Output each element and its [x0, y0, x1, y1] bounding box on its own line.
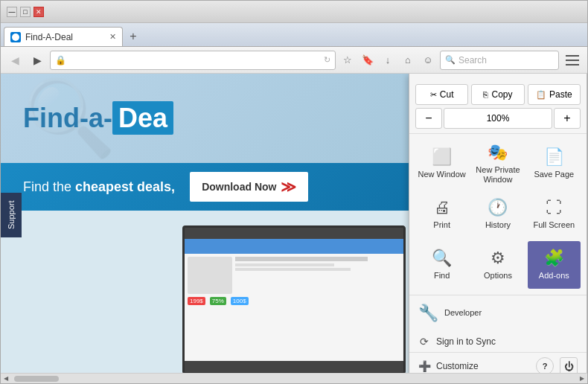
- nav-action-icons: ☆ 🔖 ↓ ⌂ ☺: [339, 51, 437, 70]
- customize-icon: ➕: [418, 360, 430, 372]
- product-desc-line: [235, 263, 334, 266]
- scroll-right-button[interactable]: ▶: [577, 374, 587, 384]
- search-placeholder: Search: [458, 55, 487, 65]
- monitor-display: 199$ 75% 100$: [182, 225, 406, 373]
- new-tab-button[interactable]: +: [123, 27, 144, 46]
- tab-close-button[interactable]: ✕: [109, 32, 116, 42]
- cut-icon: ✂: [430, 90, 437, 100]
- zoom-out-button[interactable]: −: [415, 108, 442, 129]
- cut-label: Cut: [440, 89, 454, 100]
- monitor-screen: 199$ 75% 100$: [185, 239, 403, 362]
- banner-text: Find the cheapest deals,: [23, 179, 175, 195]
- copy-label: Copy: [491, 89, 512, 100]
- copy-button[interactable]: ⎘ Copy: [471, 84, 524, 105]
- print-icon: 🖨: [434, 198, 450, 217]
- active-tab[interactable]: Find-A-Deal ✕: [4, 27, 123, 46]
- monitor-screen-header: [185, 239, 403, 254]
- brand-prefix: Find-a-: [23, 103, 112, 133]
- discount-badge: 75%: [210, 297, 226, 305]
- browser-window: — □ ✕ Find-A-Deal ✕ + ◀ ▶ 🔒 ↻ ☆ 🔖 ↓ ⌂ ☺: [0, 0, 588, 384]
- forward-button[interactable]: ▶: [28, 51, 47, 70]
- full-screen-label: Full Screen: [534, 220, 575, 230]
- developer-item[interactable]: 🔧 Developer: [415, 298, 581, 328]
- new-window-label: New Window: [418, 170, 466, 179]
- edit-row: ✂ Cut ⎘ Copy 📋 Paste: [415, 83, 581, 106]
- price-row: 199$ 75% 100$: [188, 297, 400, 305]
- paste-icon: 📋: [536, 90, 546, 100]
- add-ons-icon: 🧩: [544, 249, 564, 268]
- horizontal-scrollbar: ◀ ▶: [1, 373, 587, 383]
- back-button[interactable]: ◀: [5, 51, 25, 70]
- new-window-icon: ⬜: [432, 147, 452, 167]
- history-icon: 🕐: [488, 198, 508, 217]
- developer-icon: 🔧: [418, 304, 438, 323]
- cut-button[interactable]: ✂ Cut: [415, 84, 468, 105]
- sync-icon: ⟳: [418, 336, 430, 348]
- download-btn-label: Download Now: [202, 181, 276, 193]
- bookmark-button[interactable]: 🔖: [359, 51, 377, 70]
- print-item[interactable]: 🖨 Print: [415, 191, 468, 238]
- full-screen-item[interactable]: ⛶ Full Screen: [528, 191, 581, 238]
- new-private-icon: 🎭: [488, 143, 508, 162]
- download-button[interactable]: ↓: [379, 51, 397, 70]
- download-button[interactable]: Download Now ≫: [190, 172, 308, 202]
- close-button[interactable]: ✕: [33, 7, 44, 17]
- product-row: [188, 257, 400, 294]
- zoom-value-display: 100%: [444, 108, 552, 129]
- save-page-item[interactable]: 📄 Save Page: [528, 140, 581, 188]
- new-private-label: New Private Window: [471, 165, 524, 185]
- paste-button[interactable]: 📋 Paste: [528, 84, 581, 105]
- banner-text-1: Find the: [23, 179, 75, 194]
- main-content: Support 🔍 Find-a-Dea Find the cheapest d…: [1, 74, 587, 373]
- firefox-menu-panel: ✂ Cut ⎘ Copy 📋 Paste − 100%: [409, 74, 587, 373]
- product-desc-line2: [235, 268, 351, 271]
- customize-item[interactable]: ➕ Customize ? ⏻: [409, 352, 587, 373]
- new-private-window-item[interactable]: 🎭 New Private Window: [471, 140, 524, 188]
- title-bar-left: — □ ✕: [7, 7, 581, 17]
- tab-favicon: [10, 32, 21, 42]
- options-icon: ⚙: [490, 249, 505, 268]
- svg-rect-1: [566, 60, 579, 61]
- help-button[interactable]: ?: [536, 357, 554, 373]
- hamburger-icon: [566, 55, 579, 65]
- sign-in-label: Sign in to Sync: [436, 336, 496, 347]
- edit-section: ✂ Cut ⎘ Copy 📋 Paste − 100%: [409, 80, 587, 134]
- price-tag-2: 100$: [231, 297, 249, 305]
- maximize-button[interactable]: □: [20, 7, 31, 17]
- zoom-row: − 100% +: [415, 106, 581, 130]
- find-item[interactable]: 🔍 Find: [415, 241, 468, 289]
- search-bar[interactable]: 🔍 Search: [440, 51, 559, 70]
- options-item[interactable]: ⚙ Options: [471, 241, 524, 289]
- save-page-icon: 📄: [544, 147, 564, 167]
- minimize-button[interactable]: —: [7, 7, 17, 17]
- exit-button[interactable]: ⏻: [560, 357, 578, 373]
- product-image: [188, 257, 232, 294]
- title-bar: — □ ✕: [1, 1, 587, 23]
- add-ons-item[interactable]: 🧩 Add-ons: [528, 241, 581, 289]
- scroll-thumb[interactable]: [14, 376, 59, 382]
- url-bar[interactable]: 🔒 ↻: [50, 51, 336, 70]
- bookmark-star-button[interactable]: ☆: [339, 51, 357, 70]
- customize-label: Customize: [436, 361, 479, 371]
- developer-section: 🔧 Developer: [409, 295, 587, 331]
- add-ons-label: Add-ons: [539, 271, 569, 281]
- new-window-item[interactable]: ⬜ New Window: [415, 140, 468, 188]
- smile-button[interactable]: ☺: [419, 51, 437, 70]
- hamburger-menu-button[interactable]: [562, 51, 583, 70]
- window-controls: — □ ✕: [7, 7, 44, 17]
- copy-icon: ⎘: [483, 90, 488, 99]
- download-chevron-icon: ≫: [281, 178, 296, 196]
- sign-in-sync-item[interactable]: ⟳ Sign in to Sync: [409, 331, 587, 352]
- monitor-screen-content: 199$ 75% 100$: [185, 254, 403, 362]
- history-item[interactable]: 🕐 History: [471, 191, 524, 238]
- menu-footer-icons: ? ⏻: [536, 357, 578, 373]
- scroll-left-button[interactable]: ◀: [1, 374, 11, 384]
- support-tab[interactable]: Support: [1, 193, 22, 237]
- banner-bold-text: cheapest deals,: [75, 179, 175, 194]
- tab-bar: Find-A-Deal ✕ +: [1, 23, 587, 47]
- svg-rect-2: [566, 64, 579, 65]
- menu-grid: ⬜ New Window 🎭 New Private Window 📄 Save…: [409, 134, 587, 295]
- svg-rect-0: [566, 55, 579, 57]
- zoom-in-button[interactable]: +: [554, 108, 581, 129]
- home-button[interactable]: ⌂: [399, 51, 417, 70]
